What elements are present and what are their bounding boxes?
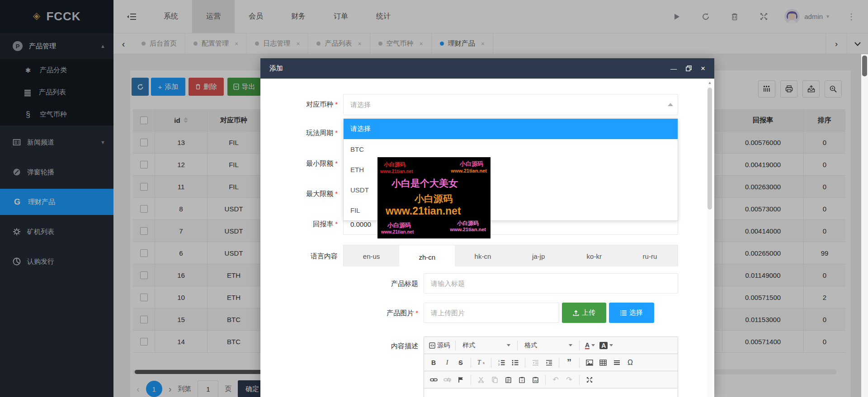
max-field-label: 最大限额* (269, 190, 338, 198)
screen: FCCK P 产品管理 ▲ ✱ 产品分类 产品列表 § 空气币种 新闻频道 (0, 0, 868, 397)
watermark-image: 小白源码 www.21tian.net 小白源码 www.21tian.net … (377, 157, 491, 238)
paste-text-icon[interactable]: T (516, 374, 528, 386)
paste-icon[interactable] (502, 374, 514, 386)
styles-dropdown[interactable]: 样式 (460, 340, 513, 351)
min-field-label: 最小限额* (269, 159, 338, 168)
modal-scrollbar: ▲ (707, 79, 712, 397)
horizontal-rule-icon[interactable] (611, 357, 623, 369)
close-icon[interactable]: × (701, 64, 705, 73)
source-button[interactable]: 源码 (428, 340, 451, 351)
modal-header[interactable]: 添加 — × (260, 58, 714, 79)
cut-icon[interactable] (475, 374, 487, 386)
coin-select[interactable] (343, 94, 678, 115)
editor-toolbar-row-1: 源码 样式 格式 A A (424, 337, 678, 354)
minimize-icon[interactable]: — (670, 65, 677, 72)
lang-tab-ko-kr[interactable]: ko-kr (566, 245, 622, 267)
choose-button[interactable]: 选择 (609, 303, 654, 323)
rich-text-editor: 源码 样式 格式 A A B I S Tx 12 (424, 336, 678, 397)
dropdown-option-btc[interactable]: BTC (344, 139, 678, 159)
select-caret-icon (668, 103, 673, 106)
ordered-list-icon[interactable]: 12 (495, 357, 507, 369)
lang-field-label: 语言内容 (269, 252, 338, 261)
lang-tab-ja-jp[interactable]: ja-jp (511, 245, 566, 267)
unlink-icon[interactable] (441, 374, 453, 386)
period-field-label: 玩法周期* (269, 129, 338, 137)
special-char-button[interactable]: Ω (624, 357, 636, 369)
editor-toolbar-row-3: T W ↶ ↷ (424, 371, 678, 388)
italic-button[interactable]: I (441, 357, 453, 369)
text-color-button[interactable]: A (584, 340, 596, 351)
lang-tab-hk-cn[interactable]: hk-cn (455, 245, 510, 267)
insert-image-icon[interactable] (584, 357, 595, 369)
svg-text:W: W (534, 378, 538, 383)
undo-icon[interactable]: ↶ (550, 374, 561, 386)
restore-icon[interactable] (686, 65, 692, 71)
dropdown-option-placeholder[interactable]: 请选择 (344, 119, 678, 139)
title-field-label: 产品标题 (351, 280, 418, 288)
remove-format-button[interactable]: Tx (475, 357, 487, 369)
scrollbar-up-icon[interactable]: ▲ (707, 80, 712, 85)
product-image-input[interactable] (424, 303, 559, 323)
svg-text:2: 2 (498, 363, 500, 366)
copy-icon[interactable] (489, 374, 500, 386)
svg-text:T: T (521, 378, 523, 383)
product-title-input[interactable] (424, 273, 678, 294)
editor-toolbar-row-2: B I S Tx 12 ” (424, 354, 678, 371)
list-icon (620, 310, 627, 316)
modal-scrollbar-thumb[interactable] (708, 88, 712, 210)
page-scrollbar-thumb[interactable] (862, 56, 867, 76)
insert-table-icon[interactable] (597, 357, 609, 369)
anchor-flag-icon[interactable] (455, 374, 467, 386)
format-dropdown[interactable]: 格式 (522, 340, 575, 351)
rate-field-label: 回报率* (269, 220, 338, 229)
lang-tab-zh-cn[interactable]: zh-cn (399, 245, 455, 269)
maximize-editor-icon[interactable] (584, 374, 595, 386)
lang-tab-ru-ru[interactable]: ru-ru (622, 245, 678, 267)
svg-text:1: 1 (498, 360, 500, 362)
redo-icon[interactable]: ↷ (563, 374, 575, 386)
add-modal: 添加 — × 对应币种* 玩法周期* 最小限额* 最大限额* (260, 58, 714, 397)
unordered-list-icon[interactable] (509, 357, 521, 369)
desc-field-label: 内容描述 (351, 342, 418, 350)
image-field-label: 产品图片* (351, 309, 418, 318)
blockquote-button[interactable]: ” (563, 357, 575, 369)
strikethrough-button[interactable]: S (455, 357, 467, 369)
bold-button[interactable]: B (428, 357, 439, 369)
lang-tab-en-us[interactable]: en-us (344, 245, 399, 267)
page-scrollbar (861, 54, 868, 397)
upload-button[interactable]: 上传 (562, 303, 606, 323)
outdent-icon[interactable] (529, 357, 541, 369)
modal-title: 添加 (269, 64, 283, 73)
paste-word-icon[interactable]: W (529, 374, 541, 386)
bg-color-button[interactable]: A (598, 340, 614, 351)
upload-icon (573, 310, 579, 316)
coin-field-label: 对应币种* (269, 100, 338, 109)
link-icon[interactable] (428, 374, 439, 386)
language-tabs: en-us zh-cn hk-cn ja-jp ko-kr ru-ru (343, 245, 678, 266)
indent-icon[interactable] (543, 357, 555, 369)
